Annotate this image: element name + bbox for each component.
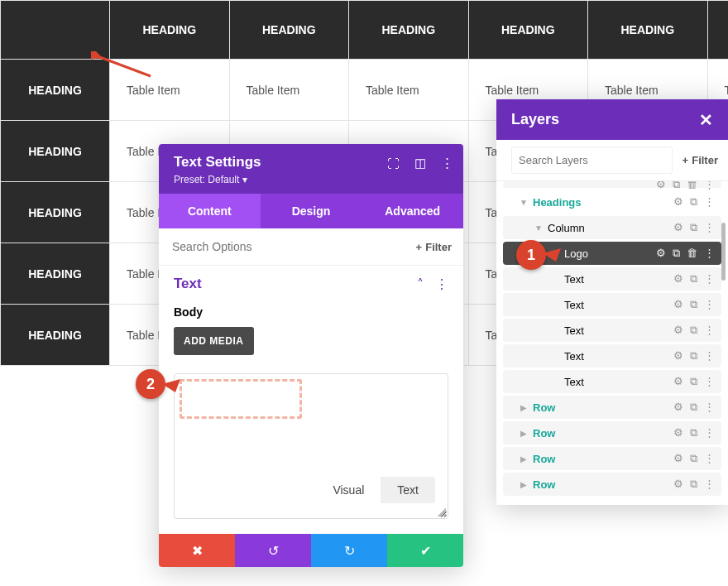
gear-icon[interactable]: ⚙	[673, 221, 683, 234]
layer-name: Headings	[533, 196, 673, 209]
section-more-icon[interactable]: ⋮	[435, 276, 448, 292]
row-header: HEADING	[1, 243, 110, 305]
cancel-button[interactable]: ✖	[159, 534, 235, 567]
filter-button[interactable]: +Filter	[405, 241, 463, 253]
duplicate-icon[interactable]: ⧉	[690, 195, 697, 209]
layers-filter-button[interactable]: +Filter	[673, 154, 728, 166]
gear-icon[interactable]: ⚙	[673, 375, 683, 388]
more-icon[interactable]: ⋮	[704, 452, 715, 465]
drop-zone[interactable]	[180, 379, 302, 419]
chevron-icon[interactable]: ▶	[518, 454, 529, 464]
add-media-button[interactable]: ADD MEDIA	[174, 327, 254, 355]
row-header: HEADING	[1, 60, 110, 121]
duplicate-icon[interactable]: ⧉	[690, 272, 697, 286]
layer-item[interactable]: Text⚙⧉⋮	[503, 370, 721, 393]
more-icon[interactable]: ⋮	[704, 426, 715, 440]
chevron-icon[interactable]: ▶	[518, 429, 529, 438]
gear-icon[interactable]: ⚙	[673, 426, 683, 440]
layers-panel: Layers ✕ +Filter ⚙⧉🗑⋮▼Headings⚙⧉⋮▼Column…	[496, 99, 728, 505]
layer-name: Text	[564, 376, 673, 388]
layer-item[interactable]: ▶Row⚙⧉⋮	[503, 473, 721, 496]
chevron-icon[interactable]: ▼	[518, 198, 529, 207]
layer-name: Column	[548, 222, 673, 234]
row-header: HEADING	[1, 305, 110, 366]
chevron-icon[interactable]: ▶	[518, 480, 529, 489]
layer-item[interactable]: ▶Row⚙⧉⋮	[503, 396, 721, 419]
duplicate-icon[interactable]: ⧉	[690, 298, 697, 311]
duplicate-icon[interactable]: ⧉	[673, 247, 680, 260]
duplicate-icon[interactable]: ⧉	[690, 452, 697, 465]
layer-name: Row	[533, 478, 673, 491]
layer-item[interactable]: ▼Headings⚙⧉⋮	[503, 190, 721, 214]
undo-button[interactable]: ↺	[235, 534, 311, 567]
chevron-icon[interactable]: ▶	[518, 403, 529, 412]
confirm-button[interactable]: ✔	[387, 534, 463, 567]
layer-item[interactable]: ⚙⧉🗑⋮	[503, 181, 721, 188]
more-icon[interactable]: ⋮	[704, 324, 715, 337]
section-text-label: Text	[174, 276, 202, 292]
layer-name: Text	[564, 350, 673, 363]
more-icon[interactable]: ⋮	[704, 478, 715, 491]
duplicate-icon[interactable]: ⧉	[690, 349, 697, 363]
collapse-icon[interactable]: ˄	[417, 276, 424, 292]
gear-icon[interactable]: ⚙	[673, 272, 683, 286]
search-options-input[interactable]	[159, 228, 405, 265]
more-icon[interactable]: ⋮	[704, 272, 715, 286]
duplicate-icon[interactable]: ⧉	[690, 324, 697, 337]
duplicate-icon[interactable]: ⧉	[690, 221, 697, 234]
gear-icon[interactable]: ⚙	[673, 401, 683, 414]
trash-icon[interactable]: 🗑	[687, 247, 697, 260]
gear-icon[interactable]: ⚙	[673, 298, 683, 311]
settings-tabs: Content Design Advanced	[159, 194, 463, 228]
tab-content[interactable]: Content	[159, 194, 261, 228]
callout-1-tail	[543, 247, 563, 263]
preset-label[interactable]: Preset: Default ▾	[174, 174, 448, 185]
col-header: HEADING	[110, 1, 230, 60]
layer-item[interactable]: Text⚙⧉⋮	[503, 267, 721, 291]
more-icon[interactable]: ⋮	[441, 156, 453, 171]
col-header: HEADING	[588, 1, 708, 60]
redo-button[interactable]: ↻	[311, 534, 387, 567]
more-icon[interactable]: ⋮	[704, 375, 715, 388]
more-icon[interactable]: ⋮	[704, 221, 715, 234]
gear-icon[interactable]: ⚙	[673, 478, 683, 491]
gear-icon[interactable]: ⚙	[673, 349, 683, 363]
row-header: HEADING	[1, 121, 110, 182]
layer-item[interactable]: Text⚙⧉⋮	[503, 319, 721, 342]
gear-icon[interactable]: ⚙	[673, 195, 683, 209]
tab-advanced[interactable]: Advanced	[362, 194, 463, 228]
close-icon[interactable]: ✕	[699, 112, 713, 128]
split-icon[interactable]: ◫	[414, 156, 426, 171]
search-layers-input[interactable]	[511, 146, 673, 174]
more-icon[interactable]: ⋮	[704, 349, 715, 363]
layer-item[interactable]: ▶Row⚙⧉⋮	[503, 421, 721, 444]
table-cell: Table Item	[110, 60, 230, 121]
tab-design[interactable]: Design	[261, 194, 362, 228]
layer-item[interactable]: ▼Column⚙⧉⋮	[503, 216, 721, 239]
body-label: Body	[174, 305, 448, 319]
more-icon[interactable]: ⋮	[704, 401, 715, 414]
row-header: HEADING	[1, 182, 110, 243]
gear-icon[interactable]: ⚙	[656, 247, 666, 260]
duplicate-icon[interactable]: ⧉	[690, 401, 697, 414]
callout-2: 2	[136, 369, 165, 399]
layer-item[interactable]: Text⚙⧉⋮	[503, 293, 721, 316]
more-icon[interactable]: ⋮	[704, 247, 715, 260]
text-editor[interactable]	[174, 373, 448, 519]
duplicate-icon[interactable]: ⧉	[690, 478, 697, 491]
more-icon[interactable]: ⋮	[704, 298, 715, 311]
layer-item[interactable]: Text⚙⧉⋮	[503, 344, 721, 367]
duplicate-icon[interactable]: ⧉	[690, 375, 697, 388]
duplicate-icon[interactable]: ⧉	[690, 426, 697, 440]
layer-item[interactable]: ▶Row⚙⧉⋮	[503, 447, 721, 470]
layer-name: Row	[533, 453, 673, 465]
callout-2-tail	[162, 377, 182, 394]
focus-icon[interactable]: ⛶	[387, 156, 400, 171]
chevron-icon[interactable]: ▼	[533, 223, 544, 233]
col-header: HEADING	[468, 1, 588, 60]
col-header: HEADING	[229, 1, 349, 60]
gear-icon[interactable]: ⚙	[673, 324, 683, 337]
more-icon[interactable]: ⋮	[704, 195, 715, 209]
gear-icon[interactable]: ⚙	[673, 452, 683, 465]
col-header: HEADING	[707, 1, 728, 60]
